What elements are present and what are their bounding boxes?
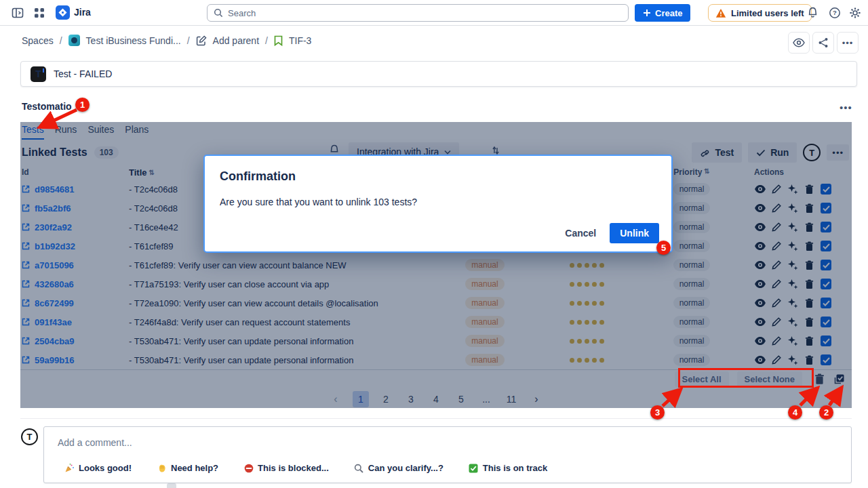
comment-box[interactable]: Add a comment... Looks good! Need help? … — [43, 426, 852, 483]
sparkles-icon[interactable] — [787, 354, 799, 366]
test-id-link[interactable]: 59a99b16 — [35, 355, 75, 365]
trash-icon[interactable] — [803, 202, 815, 214]
trash-icon[interactable] — [803, 221, 815, 233]
sparkles-icon[interactable] — [787, 259, 799, 271]
sparkles-icon[interactable] — [787, 335, 799, 347]
test-id-link[interactable]: b1b92d32 — [35, 241, 75, 251]
quick-reply-clarify[interactable]: Can you clarify...? — [354, 463, 443, 473]
pagination-page[interactable]: 5 — [453, 391, 469, 407]
test-id-link[interactable]: fb5a2bf6 — [35, 203, 71, 214]
sparkles-icon[interactable] — [787, 221, 799, 233]
test-status-panel[interactable]: T Test - FAILED — [20, 61, 857, 87]
create-button[interactable]: Create — [635, 4, 690, 22]
pagination-page[interactable]: 3 — [403, 391, 419, 407]
view-eye-icon[interactable] — [754, 278, 766, 290]
header-id[interactable]: Id — [22, 167, 29, 177]
trash-icon[interactable] — [803, 335, 815, 347]
view-eye-icon[interactable] — [754, 297, 766, 309]
trash-icon[interactable] — [803, 316, 815, 328]
edit-pencil-icon[interactable] — [770, 259, 783, 271]
edit-pencil-icon[interactable] — [770, 354, 783, 366]
more-actions-button[interactable]: ••• — [837, 32, 859, 54]
sync-icon[interactable] — [491, 146, 500, 155]
edit-pencil-icon[interactable] — [770, 316, 783, 328]
trash-icon[interactable] — [803, 240, 815, 252]
quick-reply-looks-good[interactable]: Looks good! — [64, 463, 132, 473]
bulk-trash-icon[interactable] — [814, 373, 825, 385]
test-id-link[interactable]: a7015096 — [35, 260, 74, 270]
limited-users-banner[interactable]: Limited users left — [708, 4, 812, 22]
help-icon[interactable]: ? — [829, 7, 841, 19]
sparkles-icon[interactable] — [787, 202, 799, 214]
breadcrumb-add-parent[interactable]: Add parent — [213, 35, 260, 46]
sparkles-icon[interactable] — [787, 316, 799, 328]
testomatio-circle-logo[interactable]: T — [803, 144, 821, 161]
breadcrumb-project[interactable]: Test iBusiness Fundi... — [86, 35, 181, 46]
row-checkbox-checked[interactable] — [821, 298, 831, 308]
tab-suites[interactable]: Suites — [87, 124, 114, 138]
cancel-button[interactable]: Cancel — [565, 228, 596, 239]
quick-reply-blocked[interactable]: This is blocked... — [243, 463, 329, 473]
sidebar-toggle-icon[interactable] — [12, 7, 24, 19]
trash-icon[interactable] — [803, 259, 815, 271]
row-checkbox-checked[interactable] — [821, 184, 831, 195]
row-checkbox-checked[interactable] — [821, 260, 831, 270]
select-all-checkbox-icon[interactable] — [833, 373, 845, 386]
sparkles-icon[interactable] — [787, 240, 799, 252]
widget-more-icon[interactable]: ••• — [840, 102, 852, 113]
edit-pencil-icon[interactable] — [770, 240, 783, 252]
watch-eye-button[interactable] — [788, 32, 810, 54]
header-title[interactable]: Title — [129, 167, 147, 178]
app-grid-icon[interactable] — [33, 7, 45, 19]
pagination-page[interactable]: 4 — [428, 391, 444, 407]
edit-pencil-icon[interactable] — [770, 297, 783, 309]
quick-reply-on-track[interactable]: This is on track — [469, 463, 547, 473]
edit-pencil-icon[interactable] — [770, 183, 783, 195]
row-checkbox-checked[interactable] — [821, 336, 831, 346]
link-test-button[interactable]: Test — [692, 142, 742, 163]
breadcrumb-issue-key[interactable]: TIF-3 — [289, 35, 311, 46]
view-eye-icon[interactable] — [754, 316, 766, 328]
row-checkbox-checked[interactable] — [821, 354, 831, 365]
view-eye-icon[interactable] — [754, 259, 766, 271]
view-eye-icon[interactable] — [754, 221, 766, 233]
pagination-next-icon[interactable]: › — [528, 391, 545, 407]
pagination-page[interactable]: 11 — [503, 391, 519, 407]
pagination-page[interactable]: 1 — [353, 391, 369, 407]
row-checkbox-checked[interactable] — [821, 317, 831, 327]
test-id-link[interactable]: 8c672499 — [35, 298, 74, 308]
bell-icon[interactable] — [807, 7, 819, 19]
row-checkbox-checked[interactable] — [821, 203, 831, 214]
sparkles-icon[interactable] — [787, 183, 799, 195]
unlink-button[interactable]: Unlink — [610, 223, 659, 243]
sparkles-icon[interactable] — [787, 297, 799, 309]
toolbar-more-button[interactable]: ••• — [827, 144, 849, 161]
test-id-link[interactable]: 2504cba9 — [35, 336, 75, 346]
view-eye-icon[interactable] — [754, 240, 766, 252]
edit-pencil-icon[interactable] — [770, 335, 783, 347]
share-button[interactable] — [812, 32, 834, 54]
tab-runs[interactable]: Runs — [55, 124, 77, 138]
edit-pencil-icon[interactable] — [770, 278, 783, 290]
view-eye-icon[interactable] — [754, 202, 766, 214]
test-id-link[interactable]: 230f2a92 — [35, 222, 72, 232]
edit-pencil-icon[interactable] — [770, 221, 783, 233]
tab-plans[interactable]: Plans — [125, 124, 149, 138]
trash-icon[interactable] — [803, 183, 815, 195]
view-eye-icon[interactable] — [754, 354, 766, 366]
tab-tests[interactable]: Tests — [22, 124, 44, 140]
gear-icon[interactable] — [849, 7, 861, 19]
row-checkbox-checked[interactable] — [821, 241, 831, 251]
trash-icon[interactable] — [803, 354, 815, 366]
test-id-link[interactable]: 091f43ae — [35, 317, 72, 327]
sort-icon[interactable]: ⇅ — [704, 167, 709, 177]
edit-pencil-icon[interactable] — [770, 202, 783, 214]
test-id-link[interactable]: 432680a6 — [35, 279, 74, 289]
test-id-link[interactable]: d9854681 — [35, 184, 75, 195]
pagination-prev-icon[interactable]: ‹ — [328, 391, 344, 407]
jira-logo[interactable] — [56, 5, 70, 20]
search-input[interactable]: Search — [207, 4, 629, 22]
row-checkbox-checked[interactable] — [821, 222, 831, 232]
trash-icon[interactable] — [803, 297, 815, 309]
view-eye-icon[interactable] — [754, 335, 766, 347]
